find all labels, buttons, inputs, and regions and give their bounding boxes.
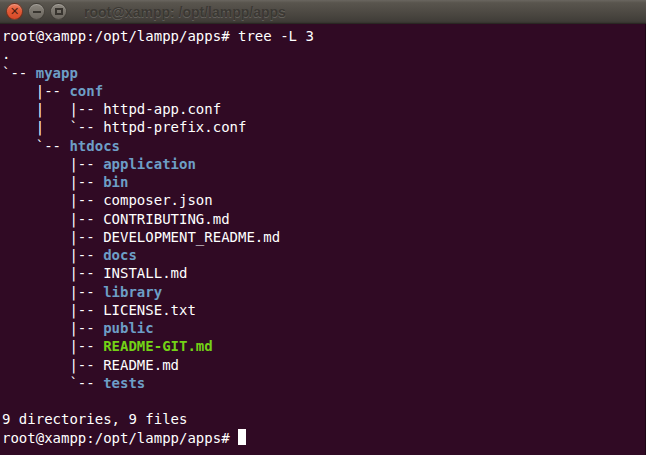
terminal-line: . xyxy=(2,45,643,63)
terminal-line xyxy=(2,392,643,410)
terminal-line: `-- tests xyxy=(2,374,643,392)
terminal-line: |-- README-GIT.md xyxy=(2,337,643,355)
terminal-line: |-- library xyxy=(2,283,643,301)
terminal-text: |-- xyxy=(2,174,103,190)
minimize-button[interactable] xyxy=(28,3,45,20)
directory-name: htdocs xyxy=(69,138,120,154)
directory-name: library xyxy=(103,284,162,300)
minimize-icon xyxy=(33,11,41,13)
terminal-line: `-- htdocs xyxy=(2,137,643,155)
window-title: root@xampp: /opt/lampp/apps xyxy=(84,4,286,20)
directory-name: bin xyxy=(103,174,128,190)
terminal-line: `-- myapp xyxy=(2,64,643,82)
terminal-text: |-- DEVELOPMENT_README.md xyxy=(2,229,280,245)
terminal-text: |-- xyxy=(2,83,69,99)
terminal-line: |-- LICENSE.txt xyxy=(2,301,643,319)
terminal-line: |-- composer.json xyxy=(2,191,643,209)
terminal-text: |-- LICENSE.txt xyxy=(2,302,196,318)
terminal-screen[interactable]: root@xampp:/opt/lampp/apps# tree -L 3.`-… xyxy=(0,24,646,455)
terminal-line: |-- conf xyxy=(2,82,643,100)
terminal-line: root@xampp:/opt/lampp/apps# xyxy=(2,429,643,447)
maximize-button[interactable] xyxy=(50,3,67,20)
terminal-text: `-- xyxy=(2,138,69,154)
maximize-icon xyxy=(55,8,63,15)
terminal-text: root@xampp:/opt/lampp/apps# xyxy=(2,430,238,446)
terminal-line: | |-- httpd-app.conf xyxy=(2,100,643,118)
terminal-text: |-- README.md xyxy=(2,357,179,373)
terminal-text: |-- xyxy=(2,320,103,336)
terminal-line: 9 directories, 9 files xyxy=(2,410,643,428)
terminal-line: |-- docs xyxy=(2,246,643,264)
terminal-line: | `-- httpd-prefix.conf xyxy=(2,118,643,136)
terminal-line: |-- INSTALL.md xyxy=(2,264,643,282)
terminal-text: |-- INSTALL.md xyxy=(2,265,187,281)
directory-name: application xyxy=(103,156,196,172)
terminal-line: root@xampp:/opt/lampp/apps# tree -L 3 xyxy=(2,27,643,45)
terminal-text: |-- composer.json xyxy=(2,192,213,208)
terminal-text: | |-- httpd-app.conf xyxy=(2,101,221,117)
close-icon: ✕ xyxy=(10,6,19,17)
directory-name: tests xyxy=(103,375,145,391)
text-cursor xyxy=(238,429,246,445)
terminal-text: . xyxy=(2,46,10,62)
terminal-window: ✕ root@xampp: /opt/lampp/apps root@xampp… xyxy=(0,0,646,455)
terminal-line: |-- CONTRIBUTING.md xyxy=(2,210,643,228)
terminal-text: 9 directories, 9 files xyxy=(2,411,187,427)
terminal-text: `-- xyxy=(2,65,36,81)
terminal-text: |-- xyxy=(2,247,103,263)
terminal-text: `-- xyxy=(2,375,103,391)
terminal-line: |-- application xyxy=(2,155,643,173)
terminal-text: |-- xyxy=(2,284,103,300)
terminal-text: |-- xyxy=(2,338,103,354)
close-button[interactable]: ✕ xyxy=(6,3,23,20)
titlebar[interactable]: ✕ root@xampp: /opt/lampp/apps xyxy=(0,0,646,24)
terminal-text: root@xampp:/opt/lampp/apps# tree -L 3 xyxy=(2,28,314,44)
terminal-line: |-- public xyxy=(2,319,643,337)
directory-name: public xyxy=(103,320,154,336)
terminal-text: |-- CONTRIBUTING.md xyxy=(2,211,230,227)
executable-file-name: README-GIT.md xyxy=(103,338,213,354)
directory-name: conf xyxy=(69,83,103,99)
directory-name: myapp xyxy=(36,65,78,81)
terminal-line: |-- DEVELOPMENT_README.md xyxy=(2,228,643,246)
terminal-text: | `-- httpd-prefix.conf xyxy=(2,119,246,135)
terminal-line: |-- README.md xyxy=(2,356,643,374)
terminal-text: |-- xyxy=(2,156,103,172)
terminal-line: |-- bin xyxy=(2,173,643,191)
directory-name: docs xyxy=(103,247,137,263)
